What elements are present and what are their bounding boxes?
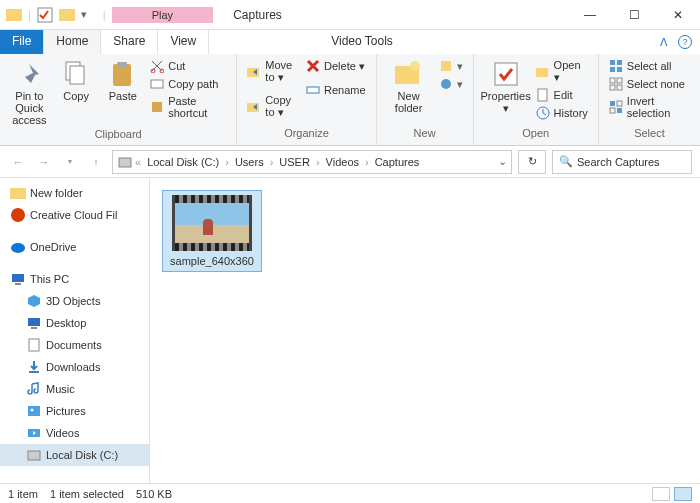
history-dropdown-icon[interactable]: ⌄ [498, 155, 507, 168]
paste-shortcut-button[interactable]: Paste shortcut [148, 94, 228, 120]
svg-rect-5 [113, 64, 131, 86]
video-thumbnail [172, 195, 252, 251]
group-label: Open [482, 127, 590, 141]
svg-rect-32 [610, 108, 615, 113]
sidebar-item[interactable]: Videos [0, 422, 149, 444]
svg-rect-27 [617, 78, 622, 83]
desktop-icon [26, 315, 42, 331]
close-button[interactable]: ✕ [656, 0, 700, 30]
sidebar-item[interactable]: Music [0, 378, 149, 400]
thumbnails-view-button[interactable] [674, 487, 692, 501]
svg-rect-39 [15, 283, 21, 285]
select-none-button[interactable]: Select none [607, 76, 692, 92]
edit-button[interactable]: Edit [534, 87, 590, 103]
details-view-button[interactable] [652, 487, 670, 501]
sidebar-item-label: Network [30, 481, 70, 483]
sidebar-item[interactable]: Pictures [0, 400, 149, 422]
svg-rect-24 [610, 67, 615, 72]
easy-access-icon [439, 77, 453, 91]
move-to-button[interactable]: Move to ▾ [245, 58, 300, 85]
svg-rect-23 [617, 60, 622, 65]
new-folder-button[interactable]: New folder [385, 58, 433, 116]
help-icon[interactable]: ? [678, 35, 692, 49]
navigation-pane[interactable]: New folderCreative Cloud FilOneDriveThis… [0, 178, 150, 483]
sidebar-item[interactable]: 3D Objects [0, 290, 149, 312]
svg-rect-43 [28, 406, 40, 416]
crumb-item[interactable]: USER [275, 156, 314, 168]
sidebar-item[interactable]: New folder [0, 182, 149, 204]
forward-button[interactable]: → [34, 152, 54, 172]
svg-rect-0 [6, 9, 22, 21]
easy-access-button[interactable]: ▾ [437, 76, 465, 92]
sidebar-item[interactable]: Local Disk (C:) [0, 444, 149, 466]
sidebar-item[interactable]: This PC [0, 268, 149, 290]
open-button[interactable]: Open ▾ [534, 58, 590, 85]
folder-icon[interactable] [59, 7, 75, 23]
tab-view[interactable]: View [158, 30, 209, 54]
history-button[interactable]: History [534, 105, 590, 121]
sidebar-item[interactable]: Downloads [0, 356, 149, 378]
recent-dropdown[interactable]: ▾ [60, 152, 80, 172]
docs-icon [26, 337, 42, 353]
crumb-item[interactable]: Local Disk (C:) [143, 156, 223, 168]
invert-selection-button[interactable]: Invert selection [607, 94, 692, 120]
properties-button[interactable]: Properties ▾ [482, 58, 530, 116]
crumb-item[interactable]: Captures [371, 156, 424, 168]
up-button[interactable]: ↑ [86, 152, 106, 172]
svg-rect-38 [12, 274, 24, 282]
svg-rect-19 [536, 68, 548, 77]
back-button[interactable]: ← [8, 152, 28, 172]
copy-to-button[interactable]: Copy to ▾ [245, 93, 300, 120]
delete-button[interactable]: Delete ▾ [304, 58, 368, 74]
sidebar-item[interactable]: Network [0, 476, 149, 483]
sidebar-item[interactable]: Creative Cloud Fil [0, 204, 149, 226]
minimize-button[interactable]: — [568, 0, 612, 30]
tab-share[interactable]: Share [101, 30, 158, 54]
maximize-button[interactable]: ☐ [612, 0, 656, 30]
svg-rect-28 [610, 85, 615, 90]
crumb-item[interactable]: Videos [322, 156, 363, 168]
crumb-item[interactable]: Users [231, 156, 268, 168]
breadcrumb[interactable]: « Local Disk (C:)› Users› USER› Videos› … [112, 150, 512, 174]
sidebar-item-label: Pictures [46, 405, 86, 417]
rename-icon [306, 83, 320, 97]
svg-point-17 [441, 79, 451, 89]
svg-rect-22 [610, 60, 615, 65]
search-input[interactable]: 🔍 Search Captures [552, 150, 692, 174]
window-title: Captures [213, 8, 302, 22]
cut-button[interactable]: Cut [148, 58, 228, 74]
file-item[interactable]: sample_640x360 [162, 190, 262, 272]
pc-icon [10, 271, 26, 287]
select-all-button[interactable]: Select all [607, 58, 692, 74]
sidebar-item-label: Music [46, 383, 75, 395]
sidebar-item[interactable]: Documents [0, 334, 149, 356]
paste-button[interactable]: Paste [101, 58, 144, 104]
file-label: sample_640x360 [170, 255, 254, 267]
svg-rect-41 [31, 327, 37, 329]
qa-dropdown-icon[interactable]: ▾ [81, 8, 87, 21]
pin-quick-access-button[interactable]: Pin to Quick access [8, 58, 51, 128]
disk-icon [117, 154, 133, 170]
svg-rect-40 [28, 318, 40, 326]
new-item-button[interactable]: ▾ [437, 58, 465, 74]
tab-file[interactable]: File [0, 30, 44, 54]
svg-rect-11 [247, 68, 259, 77]
refresh-button[interactable]: ↻ [518, 150, 546, 174]
collapse-ribbon-icon[interactable]: ᐱ [660, 36, 668, 49]
paste-icon [109, 60, 137, 88]
sidebar-item[interactable]: OneDrive [0, 236, 149, 258]
svg-rect-26 [610, 78, 615, 83]
open-icon [536, 65, 550, 79]
tab-home[interactable]: Home [44, 30, 101, 54]
copy-path-button[interactable]: Copy path [148, 76, 228, 92]
svg-rect-29 [617, 85, 622, 90]
checkbox-icon[interactable] [37, 7, 53, 23]
tab-video-tools[interactable]: Video Tools [319, 30, 405, 54]
edit-icon [536, 88, 550, 102]
svg-rect-20 [538, 89, 547, 101]
ribbon: Pin to Quick access Copy Paste Cut Copy … [0, 54, 700, 146]
sidebar-item[interactable]: Desktop [0, 312, 149, 334]
content-pane[interactable]: sample_640x360 [150, 178, 700, 483]
rename-button[interactable]: Rename [304, 82, 368, 98]
copy-button[interactable]: Copy [55, 58, 98, 104]
